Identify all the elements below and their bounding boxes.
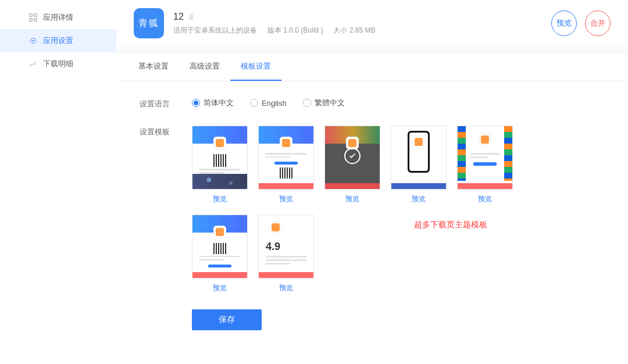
- radio-tc[interactable]: 繁體中文: [303, 98, 345, 108]
- app-info: 青狐 12 适用于安卓系统以上的设备 版本 1.0.0 (Build ) 大小 …: [134, 8, 375, 38]
- svg-rect-2: [30, 19, 32, 21]
- template-preview-link[interactable]: 预览: [279, 194, 293, 204]
- template-item: 预览: [457, 126, 513, 204]
- nav-label: 应用详情: [43, 12, 73, 23]
- nav-app-settings[interactable]: 应用设置: [0, 29, 116, 52]
- tpl-label: 设置模板: [140, 126, 192, 137]
- row-templates: 设置模板 预览 预览: [140, 126, 605, 293]
- app-meta: 12 适用于安卓系统以上的设备 版本 1.0.0 (Build ) 大小 2.8…: [173, 12, 375, 35]
- template-item: 预览: [391, 126, 447, 204]
- template-item: 预览: [192, 215, 248, 293]
- template-thumb-6[interactable]: [192, 215, 248, 279]
- template-thumb-4[interactable]: [391, 126, 447, 190]
- svg-point-5: [33, 40, 34, 42]
- tab-advanced[interactable]: 高级设置: [179, 53, 230, 81]
- radio-dot-icon: [250, 99, 258, 107]
- header-actions: 预览 合并: [551, 10, 611, 36]
- svg-rect-3: [34, 19, 37, 21]
- nav-label: 应用设置: [43, 35, 73, 46]
- merge-button[interactable]: 合并: [585, 10, 611, 36]
- tabs: 基本设置 高级设置 模板设置: [116, 53, 628, 81]
- promo-text: 超多下载页主题模板: [414, 220, 513, 230]
- nav-label: 下载明细: [43, 59, 73, 69]
- tab-template[interactable]: 模板设置: [230, 53, 281, 81]
- save-row: 保存: [192, 309, 605, 330]
- chart-icon: [29, 60, 37, 68]
- template-preview-link[interactable]: 预览: [478, 194, 492, 204]
- radio-en[interactable]: English: [250, 98, 287, 108]
- save-button[interactable]: 保存: [192, 309, 262, 330]
- android-icon: [187, 13, 195, 21]
- template-preview-link[interactable]: 预览: [213, 194, 227, 204]
- svg-rect-0: [30, 14, 32, 16]
- gear-icon: [29, 37, 37, 45]
- settings-card: 基本设置 高级设置 模板设置 设置语言 简体中文 English 繁體中文 设置…: [116, 52, 628, 364]
- device-text: 适用于安卓系统以上的设备: [173, 26, 257, 35]
- preview-button[interactable]: 预览: [551, 10, 577, 36]
- template-item: 4.9 预览: [258, 215, 314, 293]
- header: 青狐 12 适用于安卓系统以上的设备 版本 1.0.0 (Build ) 大小 …: [116, 0, 628, 47]
- template-thumb-7[interactable]: 4.9: [258, 215, 314, 279]
- radio-cn[interactable]: 简体中文: [192, 98, 234, 108]
- template-grid: 预览 预览 预览 预览: [192, 126, 605, 293]
- check-icon: [344, 148, 361, 164]
- sidebar: 应用详情 应用设置 下载明细: [0, 0, 116, 364]
- template-thumb-2[interactable]: [258, 126, 314, 190]
- tab-basic[interactable]: 基本设置: [128, 53, 179, 81]
- template-item: 预览: [324, 126, 380, 204]
- template-thumb-1[interactable]: [192, 126, 248, 190]
- nav-app-detail[interactable]: 应用详情: [0, 6, 116, 29]
- version-text: 版本 1.0.0 (Build ): [267, 26, 323, 35]
- template-preview-link[interactable]: 预览: [345, 194, 359, 204]
- template-preview-link[interactable]: 预览: [279, 283, 293, 293]
- nav-download-detail[interactable]: 下载明细: [0, 52, 116, 76]
- app-icon: 青狐: [134, 8, 164, 38]
- svg-rect-1: [34, 14, 37, 16]
- template-item: 预览: [192, 126, 248, 204]
- lang-label: 设置语言: [140, 98, 192, 109]
- template-preview-link[interactable]: 预览: [412, 194, 426, 204]
- radio-dot-icon: [192, 99, 200, 107]
- template-item: 预览: [258, 126, 314, 204]
- size-text: 大小 2.85 MB: [333, 26, 375, 35]
- radio-dot-icon: [303, 99, 311, 107]
- app-title: 12: [173, 12, 184, 22]
- grid-icon: [29, 13, 37, 22]
- row-language: 设置语言 简体中文 English 繁體中文: [140, 98, 605, 109]
- tab-content: 设置语言 简体中文 English 繁體中文 设置模板 预览: [116, 81, 628, 348]
- main: 青狐 12 适用于安卓系统以上的设备 版本 1.0.0 (Build ) 大小 …: [116, 0, 628, 364]
- template-preview-link[interactable]: 预览: [213, 283, 227, 293]
- template-thumb-3[interactable]: [324, 126, 380, 190]
- template-thumb-5[interactable]: [457, 126, 513, 190]
